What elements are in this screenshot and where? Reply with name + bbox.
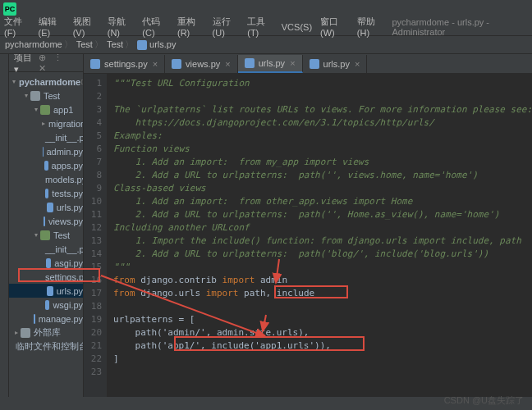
code-editor[interactable]: 1234567891011121314151617181920212223 ""… xyxy=(84,74,532,397)
code-line[interactable] xyxy=(113,300,532,313)
tree-node[interactable]: ▾Test xyxy=(9,89,83,102)
code-line[interactable]: 1. Add an import: from other_app.views i… xyxy=(113,195,532,208)
tree-node[interactable]: settings.py xyxy=(9,270,83,284)
code-line[interactable]: 1. Import the include() function: from d… xyxy=(113,235,532,248)
breadcrumb-item[interactable]: Test xyxy=(107,39,135,51)
tree-root[interactable]: ▾pycharmdome D:\pycharmdome xyxy=(9,75,83,89)
menu-item[interactable]: 重构(R) xyxy=(173,16,209,38)
code-line[interactable]: 1. Add an import: from my_app import vie… xyxy=(113,156,532,169)
code-line[interactable]: 2. Add a URL to urlpatterns: path('', vi… xyxy=(113,169,532,182)
project-header-icons[interactable]: ⊕ ⋮ ✕ xyxy=(39,54,78,74)
menu-item[interactable]: 导航(N) xyxy=(103,16,139,38)
breadcrumb-item[interactable]: pycharmdome xyxy=(5,39,75,51)
tree-node[interactable]: urls.py xyxy=(9,200,83,214)
editor-tab[interactable]: urls.py× xyxy=(238,55,303,73)
tree-node[interactable]: wsgi.py xyxy=(9,298,83,312)
code-line[interactable]: 2. Add a URL to urlpatterns: path('', Ho… xyxy=(113,208,532,221)
tree-node[interactable]: models.py xyxy=(9,172,83,186)
line-gutter: 1234567891011121314151617181920212223 xyxy=(84,74,107,397)
code-line[interactable] xyxy=(113,366,532,379)
menu-item[interactable]: VCS(S) xyxy=(277,22,316,32)
code-line[interactable]: """Test URL Configuration xyxy=(113,77,532,90)
editor-tabs[interactable]: settings.py×views.py×urls.py×urls.py× xyxy=(84,54,532,74)
menu-item[interactable]: 文件(F) xyxy=(0,16,34,38)
menu-item[interactable]: 编辑(E) xyxy=(34,16,69,38)
tree-node[interactable]: tests.py xyxy=(9,186,83,200)
code-line[interactable]: urlpatterns = [ xyxy=(113,313,532,326)
breadcrumb-item[interactable]: Test xyxy=(76,39,105,51)
menu-item[interactable]: 帮助(H) xyxy=(353,16,388,38)
code-line[interactable]: Including another URLconf xyxy=(113,221,532,235)
project-panel: 项目 ▾ ⊕ ⋮ ✕ ▾pycharmdome D:\pycharmdome▾T… xyxy=(9,54,84,397)
tree-node[interactable]: ▸外部库 xyxy=(9,326,83,339)
window-title: pycharmdome - urls.py - Administrator xyxy=(388,17,532,37)
code-line[interactable]: """ xyxy=(113,261,532,274)
project-tool-tab[interactable] xyxy=(0,54,9,397)
code-content[interactable]: """Test URL ConfigurationThe `urlpattern… xyxy=(107,74,532,397)
tree-node[interactable]: urls.py xyxy=(9,284,83,298)
code-line[interactable] xyxy=(113,90,532,103)
menu-item[interactable]: 视图(V) xyxy=(69,16,103,38)
editor-tab[interactable]: urls.py× xyxy=(303,55,368,73)
watermark: CSDN @U盘失踪了 xyxy=(444,394,524,407)
code-line[interactable]: from django.urls import path, include xyxy=(113,287,532,300)
tree-node[interactable]: admin.py xyxy=(9,144,83,158)
code-line[interactable]: 2. Add a URL to urlpatterns: path('blog/… xyxy=(113,248,532,261)
code-line[interactable]: Function views xyxy=(113,143,532,156)
menu-item[interactable]: 代码(C) xyxy=(138,16,173,38)
code-line[interactable]: Class-based views xyxy=(113,182,532,195)
tree-node[interactable]: ▾Test xyxy=(9,228,83,242)
code-line[interactable]: Examples: xyxy=(113,130,532,143)
project-tree[interactable]: ▾pycharmdome D:\pycharmdome▾Test▾app1▸mi… xyxy=(9,72,83,356)
menubar[interactable]: 文件(F)编辑(E)视图(V)导航(N)代码(C)重构(R)运行(U)工具(T)… xyxy=(0,18,532,36)
code-line[interactable]: path('app1/', include('app1.urls')), xyxy=(113,339,532,353)
project-header[interactable]: 项目 ▾ ⊕ ⋮ ✕ xyxy=(9,54,83,72)
editor-tab[interactable]: views.py× xyxy=(165,55,238,73)
tree-node[interactable]: ▾app1 xyxy=(9,102,83,116)
menu-item[interactable]: 工具(T) xyxy=(243,16,277,38)
menu-item[interactable]: 窗口(W) xyxy=(316,16,353,38)
tree-node[interactable]: manage.py xyxy=(9,312,83,326)
code-line[interactable]: from django.contrib import admin xyxy=(113,274,532,287)
code-line[interactable]: path('admin/', admin.site.urls), xyxy=(113,326,532,339)
project-title: 项目 ▾ xyxy=(14,54,39,75)
tree-node[interactable]: apps.py xyxy=(9,158,83,172)
app-logo: PC xyxy=(3,2,16,16)
tree-node[interactable]: ▸migrations xyxy=(9,116,83,130)
editor-tab[interactable]: settings.py× xyxy=(84,55,165,73)
breadcrumb-bar: pycharmdomeTestTesturls.py xyxy=(0,36,532,54)
code-line[interactable]: https://docs.djangoproject.com/en/3.1/to… xyxy=(113,116,532,130)
breadcrumb-file[interactable]: urls.py xyxy=(137,39,176,50)
tree-node[interactable]: __init__.py xyxy=(9,242,83,256)
code-line[interactable]: The `urlpatterns` list routes URLs to vi… xyxy=(113,103,532,116)
code-line[interactable]: ] xyxy=(113,353,532,366)
tree-node[interactable]: 临时文件和控制台 xyxy=(9,339,83,353)
menu-item[interactable]: 运行(U) xyxy=(209,16,244,38)
tree-node[interactable]: views.py xyxy=(9,214,83,228)
tree-node[interactable]: asgi.py xyxy=(9,256,83,270)
tree-node[interactable]: __init__.py xyxy=(9,130,83,144)
